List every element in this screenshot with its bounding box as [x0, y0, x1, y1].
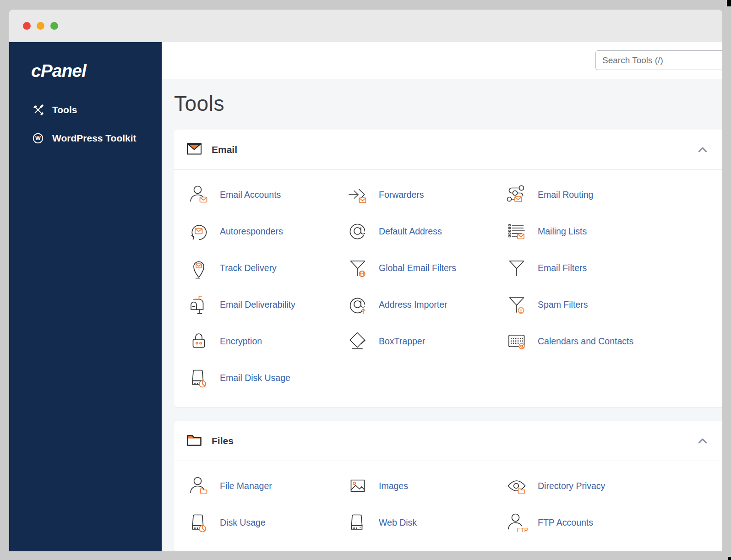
tool-link-images[interactable]: Images: [333, 468, 492, 504]
screenshot-canvas: cPanel ToolsWWordPress Toolkit Tools Ema…: [0, 0, 731, 560]
email-disk-usage-icon: [188, 367, 210, 389]
address-importer-icon: [347, 294, 369, 315]
tool-link-boxtrapper[interactable]: BoxTrapper: [333, 323, 492, 359]
search-input[interactable]: [595, 50, 722, 70]
tool-link-email-filters[interactable]: Email Filters: [492, 250, 651, 286]
tool-label: Disk Usage: [220, 517, 266, 528]
tool-label: Directory Privacy: [538, 481, 605, 491]
tool-link-encryption[interactable]: Encryption: [174, 323, 333, 359]
sidebar-item-label: WordPress Toolkit: [52, 133, 136, 144]
sidebar-item-wordpress-toolkit[interactable]: WWordPress Toolkit: [9, 128, 162, 149]
tool-link-autoresponders[interactable]: Autoresponders: [174, 213, 333, 250]
zoom-window-button[interactable]: [50, 22, 58, 30]
tool-label: Global Email Filters: [379, 263, 456, 273]
section-card-files: Files File Manager Images Directory Priv…: [174, 421, 722, 551]
desktop-artifact-bottom-right: [728, 557, 731, 560]
web-disk-icon: [347, 511, 369, 533]
sections-container: Email Email Accounts Forwarders Email Ro…: [174, 130, 722, 551]
tool-link-address-importer[interactable]: Address Importer: [333, 286, 492, 323]
email-deliverability-icon: [188, 294, 210, 315]
tool-label: Mailing Lists: [538, 226, 587, 237]
section-header-files[interactable]: Files: [174, 421, 722, 461]
cpanel-logo: cPanel: [31, 61, 162, 81]
tool-link-directory-privacy[interactable]: Directory Privacy: [492, 468, 651, 504]
section-header-email[interactable]: Email: [174, 130, 722, 170]
tool-label: BoxTrapper: [379, 336, 425, 347]
files-section-icon: [186, 432, 202, 450]
email-section-icon: [186, 141, 202, 159]
tool-link-disk-usage[interactable]: Disk Usage: [174, 504, 333, 541]
email-routing-icon: [506, 184, 528, 206]
tool-link-mailing-lists[interactable]: Mailing Lists: [492, 213, 651, 250]
section-title: Files: [212, 435, 234, 446]
top-search-bar: [162, 42, 722, 79]
default-address-icon: [347, 220, 369, 242]
section-card-email: Email Email Accounts Forwarders Email Ro…: [174, 130, 722, 407]
section-title: Email: [212, 144, 237, 155]
tool-label: Email Filters: [538, 263, 587, 273]
ftp-accounts-icon: FTP: [506, 511, 528, 533]
boxtrapper-icon: [347, 330, 369, 352]
tool-link-global-email-filters[interactable]: Global Email Filters: [333, 250, 492, 286]
tool-label: Default Address: [379, 226, 442, 237]
tool-label: Email Disk Usage: [220, 373, 290, 383]
tool-link-default-address[interactable]: Default Address: [333, 213, 492, 250]
tool-label: Calendars and Contacts: [538, 336, 633, 347]
autoresponders-icon: [188, 220, 210, 242]
tool-label: Email Deliverability: [220, 299, 295, 310]
forwarders-icon: [347, 184, 369, 206]
global-email-filters-icon: [347, 257, 369, 279]
tool-link-spam-filters[interactable]: Spam Filters: [492, 286, 651, 323]
tool-label: Encryption: [220, 336, 262, 347]
sidebar-item-label: Tools: [52, 104, 77, 115]
tool-label: Forwarders: [379, 190, 424, 200]
tool-link-track-delivery[interactable]: Track Delivery: [174, 250, 333, 286]
tool-link-file-manager[interactable]: File Manager: [174, 468, 333, 504]
tool-link-web-disk[interactable]: Web Disk: [333, 504, 492, 541]
tool-link-email-routing[interactable]: Email Routing: [492, 176, 651, 213]
disk-usage-icon: [188, 511, 210, 533]
tool-link-email-deliverability[interactable]: Email Deliverability: [174, 286, 333, 323]
email-filters-icon: [506, 257, 528, 279]
tool-link-ftp-accounts[interactable]: FTP FTP Accounts: [492, 504, 651, 541]
sidebar-nav: ToolsWWordPress Toolkit: [9, 99, 162, 149]
images-icon: [347, 475, 369, 497]
tools-icon: [32, 104, 44, 116]
svg-text:W: W: [35, 135, 41, 141]
spam-filters-icon: [506, 294, 528, 315]
tool-link-email-accounts[interactable]: Email Accounts: [174, 176, 333, 213]
tool-label: Images: [379, 481, 408, 491]
sidebar: cPanel ToolsWWordPress Toolkit: [9, 42, 162, 551]
window-titlebar: [9, 10, 722, 42]
tool-label: FTP Accounts: [538, 517, 593, 528]
minimize-window-button[interactable]: [37, 22, 44, 30]
tool-label: Autoresponders: [220, 226, 283, 237]
close-window-button[interactable]: [23, 22, 31, 30]
browser-window: cPanel ToolsWWordPress Toolkit Tools Ema…: [9, 10, 722, 551]
calendars-contacts-icon: [506, 330, 528, 352]
section-grid: File Manager Images Directory Privacy Di…: [174, 461, 722, 551]
wordpress-icon: W: [32, 132, 44, 144]
tool-link-calendars-and-contacts[interactable]: Calendars and Contacts: [492, 323, 651, 359]
tool-label: Spam Filters: [538, 299, 588, 310]
svg-text:FTP: FTP: [517, 527, 528, 533]
section-grid: Email Accounts Forwarders Email Routing …: [174, 170, 722, 407]
tool-label: Address Importer: [379, 299, 447, 310]
mailing-lists-icon: [506, 220, 528, 242]
tool-label: Email Routing: [538, 190, 593, 200]
track-delivery-icon: [188, 257, 210, 279]
tool-label: Web Disk: [379, 517, 417, 528]
section-collapse-button[interactable]: [697, 435, 709, 447]
page-content: Tools Email Email Accounts Forwarders Em…: [162, 79, 722, 551]
window-body: cPanel ToolsWWordPress Toolkit Tools Ema…: [9, 42, 722, 551]
directory-privacy-icon: [506, 475, 528, 497]
tool-label: File Manager: [220, 481, 272, 491]
tool-link-email-disk-usage[interactable]: Email Disk Usage: [174, 359, 333, 396]
page-title: Tools: [174, 91, 722, 116]
file-manager-icon: [188, 475, 210, 497]
sidebar-item-tools[interactable]: Tools: [9, 99, 162, 120]
tool-link-forwarders[interactable]: Forwarders: [333, 176, 492, 213]
tool-label: Track Delivery: [220, 263, 277, 273]
email-accounts-icon: [188, 184, 210, 206]
section-collapse-button[interactable]: [697, 144, 709, 156]
